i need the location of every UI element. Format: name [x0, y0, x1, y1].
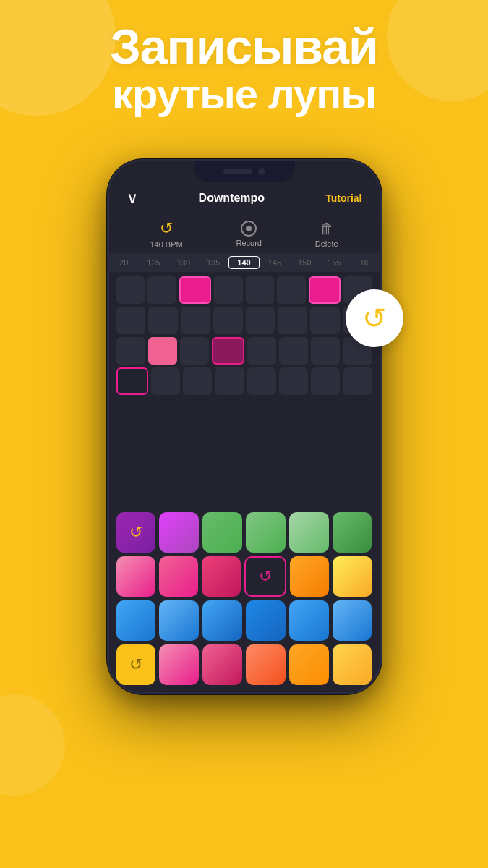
pad-blue2[interactable]: [159, 600, 199, 641]
grid-cell[interactable]: [147, 276, 176, 304]
grid-cell[interactable]: [214, 276, 243, 304]
grid-cell[interactable]: [183, 367, 212, 395]
bpm-icon: ↺: [160, 219, 173, 238]
grid-cell-active[interactable]: [212, 337, 244, 365]
grid-cell[interactable]: [148, 307, 178, 334]
record-dot: [246, 226, 252, 231]
grid-cell[interactable]: [116, 337, 145, 365]
chevron-down-icon[interactable]: ∨: [127, 189, 138, 208]
pad-orange1[interactable]: [290, 556, 329, 597]
pad-pink1[interactable]: [116, 556, 155, 597]
pad-row: ↺: [116, 512, 372, 553]
grid-cell[interactable]: [311, 337, 340, 365]
pad-row: [116, 600, 372, 641]
bpm-ruler-item: 135: [199, 257, 228, 268]
pad-blue4[interactable]: [246, 600, 286, 641]
pad-blue5[interactable]: [289, 600, 329, 641]
grid-cell-active[interactable]: [148, 337, 177, 365]
tutorial-button[interactable]: Tutorial: [325, 192, 361, 204]
pad-green2[interactable]: [246, 512, 286, 553]
loop-icon: ↺: [129, 655, 142, 674]
pad-magenta[interactable]: [159, 512, 199, 553]
grid-cell[interactable]: [151, 367, 180, 395]
pad-orange3[interactable]: [289, 644, 329, 685]
record-control[interactable]: Record: [236, 221, 261, 247]
pad-green3[interactable]: [289, 512, 329, 553]
phone-container: ↺ ∨ Downtempo Tutorial ↺ 140 BPM: [107, 159, 382, 694]
grid-cell[interactable]: [279, 367, 308, 395]
pad-pink2[interactable]: [159, 556, 198, 597]
screen-title: Downtempo: [199, 192, 265, 205]
pad-pink4[interactable]: [202, 644, 242, 685]
header-line2: крутые лупы: [0, 71, 488, 117]
grid-row: [116, 337, 372, 365]
notch-camera: [258, 168, 265, 175]
pad-loop-button[interactable]: ↺: [244, 556, 286, 597]
bpm-ruler-item: 130: [168, 257, 198, 268]
grid-row: [116, 367, 372, 395]
grid-cell[interactable]: [215, 367, 244, 395]
bpm-ruler-item: 150: [289, 257, 319, 268]
header-section: Записывай крутые лупы: [0, 22, 488, 117]
bpm-ruler[interactable]: 20 125 130 135 140 145 150 155 16: [109, 253, 380, 272]
pad-loop-yellow[interactable]: ↺: [116, 644, 156, 685]
grid-cell[interactable]: [278, 307, 307, 334]
grid-cell[interactable]: [311, 367, 340, 395]
pad-orange2[interactable]: [246, 644, 286, 685]
bpm-ruler-item: 145: [260, 257, 289, 268]
delete-label: Delete: [315, 239, 338, 248]
pad-blue1[interactable]: [116, 600, 156, 641]
bpm-ruler-item: 16: [349, 257, 379, 268]
grid-cell[interactable]: [277, 276, 306, 304]
bpm-ruler-item: 125: [139, 257, 168, 268]
bg-decoration-bottom: [0, 694, 65, 796]
loop-icon: ↺: [129, 523, 142, 542]
grid-cell[interactable]: [116, 307, 146, 334]
phone-frame: ∨ Downtempo Tutorial ↺ 140 BPM Record 🗑: [107, 159, 382, 694]
pad-pink3b[interactable]: [159, 644, 199, 685]
pad-loop-purple[interactable]: ↺: [116, 512, 156, 553]
pad-blue6[interactable]: [333, 600, 372, 641]
pad-amber1[interactable]: [333, 644, 372, 685]
pad-green1[interactable]: [202, 512, 242, 553]
record-label: Record: [236, 239, 261, 247]
pad-grid: ↺ ↺: [109, 508, 380, 692]
phone-notch: [194, 161, 295, 182]
phone-screen: ∨ Downtempo Tutorial ↺ 140 BPM Record 🗑: [109, 161, 380, 692]
replay-circle-button[interactable]: ↺: [346, 289, 403, 347]
trash-icon: 🗑: [320, 221, 334, 237]
grid-row: [116, 276, 372, 304]
notch-speaker: [223, 169, 252, 174]
bpm-label: 140 BPM: [150, 240, 182, 249]
grid-cell[interactable]: [343, 367, 372, 395]
grid-cell[interactable]: [181, 307, 210, 334]
grid-cell[interactable]: [247, 367, 276, 395]
bpm-ruler-item: 20: [109, 257, 139, 268]
delete-control[interactable]: 🗑 Delete: [315, 221, 338, 248]
grid-cell-active[interactable]: [309, 276, 341, 304]
bpm-ruler-item: 155: [320, 257, 349, 268]
grid-cell-active[interactable]: [116, 367, 148, 395]
pad-row: ↺: [116, 644, 372, 685]
grid-cell-active[interactable]: [179, 276, 211, 304]
pad-green4[interactable]: [333, 512, 372, 553]
bpm-control[interactable]: ↺ 140 BPM: [150, 219, 182, 249]
pad-yellow1[interactable]: [333, 556, 372, 597]
sequencer-grid: [109, 272, 380, 508]
grid-cell[interactable]: [246, 276, 275, 304]
grid-cell[interactable]: [310, 307, 340, 334]
pad-pink3[interactable]: [202, 556, 241, 597]
grid-cell[interactable]: [246, 307, 275, 334]
controls-bar: ↺ 140 BPM Record 🗑 Delete: [109, 213, 380, 253]
grid-cell[interactable]: [213, 307, 243, 334]
grid-cell[interactable]: [116, 276, 145, 304]
grid-cell[interactable]: [247, 337, 276, 365]
grid-cell[interactable]: [180, 337, 209, 365]
pad-blue3[interactable]: [202, 600, 242, 641]
replay-circle-icon: ↺: [362, 302, 387, 335]
pad-row: ↺: [116, 556, 372, 597]
grid-cell[interactable]: [279, 337, 308, 365]
header-line1: Записывай: [0, 22, 488, 71]
bpm-ruler-item-active: 140: [228, 256, 260, 269]
record-ring-icon: [241, 221, 257, 237]
